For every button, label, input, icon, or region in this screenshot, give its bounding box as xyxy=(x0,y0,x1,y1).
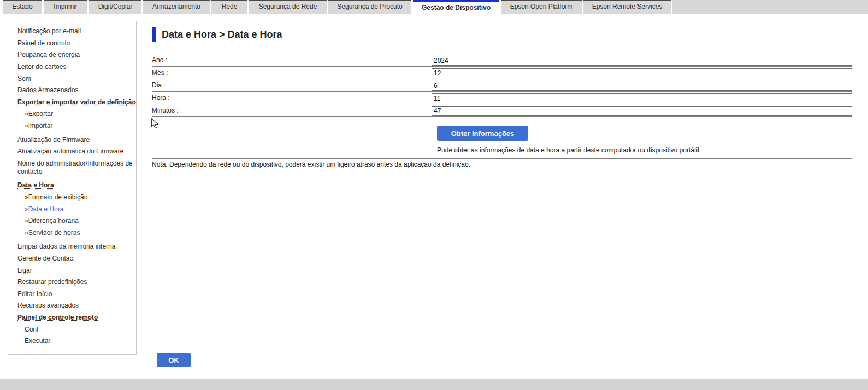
title-accent-bar xyxy=(152,27,156,42)
obter-informacoes-button[interactable]: Obter informações xyxy=(437,126,528,141)
tab-gestao-de-dispositivo[interactable]: Gestão de Dispositivo xyxy=(413,0,499,14)
sidebar-item-atualizacao-automatica-do-firmware[interactable]: Atualização automática do Firmware xyxy=(17,146,136,158)
sidebar-item-som[interactable]: Som xyxy=(17,73,136,85)
sidebar-item-recursos-avancados[interactable]: Recursos avançados xyxy=(17,300,136,312)
tab-estado[interactable]: Estado xyxy=(3,0,42,14)
minutes-label: Minutos : xyxy=(152,107,432,114)
hour-input[interactable] xyxy=(432,93,852,103)
get-info-help-text: Pode obter as informações de data e hora… xyxy=(437,146,852,154)
tab-digit-copiar[interactable]: Digit/Copiar xyxy=(89,0,141,14)
form-row-hour: Hora : xyxy=(152,91,852,104)
form-row-month: Mês : xyxy=(152,66,852,79)
sidebar-item-data-e-hora[interactable]: Data e Hora xyxy=(17,180,136,192)
date-time-form: Ano : Mês : Dia : Hora : Minutos : Obter… xyxy=(152,54,852,159)
sidebar-item-restaurar-predefinicoes[interactable]: Restaurar predefinições xyxy=(17,276,136,288)
main-content: Data e Hora > Data e Hora Ano : Mês : Di… xyxy=(152,14,852,379)
tab-rede[interactable]: Rede xyxy=(211,0,247,14)
ok-button[interactable]: OK xyxy=(157,353,191,367)
left-edge-divider xyxy=(2,14,2,379)
tab-bar-filler xyxy=(672,0,868,14)
sidebar-item-leitor-de-cartoes[interactable]: Leitor de cartões xyxy=(17,61,136,73)
page-title-block: Data e Hora > Data e Hora xyxy=(152,27,852,42)
form-row-minutes: Minutos : xyxy=(152,104,852,116)
form-row-day: Dia : xyxy=(152,79,852,91)
sidebar-item-notificacao-por-email[interactable]: Notificação por e-mail xyxy=(17,26,136,38)
sidebar-item-exportar-e-importar-valor-de-definicao[interactable]: Exportar e importar valor de definição xyxy=(17,97,136,109)
sidebar: Notificação por e-mail Painel de control… xyxy=(8,21,137,355)
day-label: Dia : xyxy=(152,81,432,89)
hour-label: Hora : xyxy=(152,94,432,102)
sidebar-section-label: Painel de controle remoto xyxy=(17,314,98,321)
page-title: Data e Hora > Data e Hora xyxy=(162,29,282,40)
sidebar-item-formato-de-exibicao[interactable]: »Formato de exibição xyxy=(17,192,136,204)
sidebar-item-painel-de-controle-remoto[interactable]: Painel de controle remoto xyxy=(17,312,136,324)
sidebar-item-conf[interactable]: Conf xyxy=(17,323,136,335)
mouse-cursor-icon xyxy=(151,118,159,132)
sidebar-item-poupanca-de-energia[interactable]: Poupança de energia xyxy=(17,49,136,61)
sidebar-item-diferenca-horaria[interactable]: »Diferença horária xyxy=(17,215,136,227)
day-input[interactable] xyxy=(432,81,852,91)
sidebar-item-atualizacao-de-firmware[interactable]: Atualização de Firmware xyxy=(17,134,136,146)
sidebar-item-editar-inicio[interactable]: Editar Início xyxy=(17,288,136,300)
sidebar-item-dados-armazenados[interactable]: Dados Armazenados xyxy=(17,85,136,97)
tab-imprimir[interactable]: Imprimir xyxy=(44,0,87,14)
sidebar-item-gerente-de-contac[interactable]: Gerente de Contac. xyxy=(17,253,136,265)
tab-seguranca-de-rede[interactable]: Segurança de Rede xyxy=(249,0,327,14)
sidebar-item-servidor-de-horas[interactable]: »Servidor de horas xyxy=(17,227,136,239)
form-row-year: Ano : xyxy=(152,54,852,66)
month-label: Mês : xyxy=(152,69,432,76)
sidebar-item-data-e-hora-sub[interactable]: »Data e Hora xyxy=(17,203,136,215)
tab-seguranca-de-procuto[interactable]: Segurança de Procuto xyxy=(328,0,411,14)
sidebar-item-importar[interactable]: »Importar xyxy=(17,120,136,132)
minutes-input[interactable] xyxy=(432,106,852,116)
sidebar-item-nome-do-administrador-informacoes-de-contacto[interactable]: Nome do administrador/Informações de con… xyxy=(17,158,133,178)
sidebar-section-label: Data e Hora xyxy=(17,181,54,189)
year-label: Ano : xyxy=(152,56,432,64)
sidebar-item-limpar-dados-da-memoria-interna[interactable]: Limpar dados da memória interna xyxy=(17,241,136,253)
month-input[interactable] xyxy=(432,68,852,78)
sidebar-item-executar[interactable]: Executar xyxy=(17,335,136,347)
tab-armazenamento[interactable]: Armazenamento xyxy=(143,0,210,14)
sidebar-item-exportar[interactable]: »Exportar xyxy=(17,108,136,120)
sidebar-item-painel-de-controlo[interactable]: Painel de controlo xyxy=(17,38,136,50)
sidebar-item-ligar[interactable]: Ligar xyxy=(17,264,136,276)
note-text: Nota: Dependendo da rede ou do dispositi… xyxy=(152,161,852,168)
footer-bar xyxy=(0,379,868,390)
year-input[interactable] xyxy=(432,56,852,66)
form-footer-row: Obter informações Pode obter as informaç… xyxy=(152,116,852,159)
tab-epson-open-platform[interactable]: Epson Open Platform xyxy=(501,0,582,14)
tab-epson-remote-services[interactable]: Epson Remote Services xyxy=(583,0,671,14)
tab-bar: Estado Imprimir Digit/Copiar Armazenamen… xyxy=(0,0,868,14)
sidebar-section-label: Exportar e importar valor de definição xyxy=(17,98,136,106)
form-footer-spacer xyxy=(152,117,432,158)
